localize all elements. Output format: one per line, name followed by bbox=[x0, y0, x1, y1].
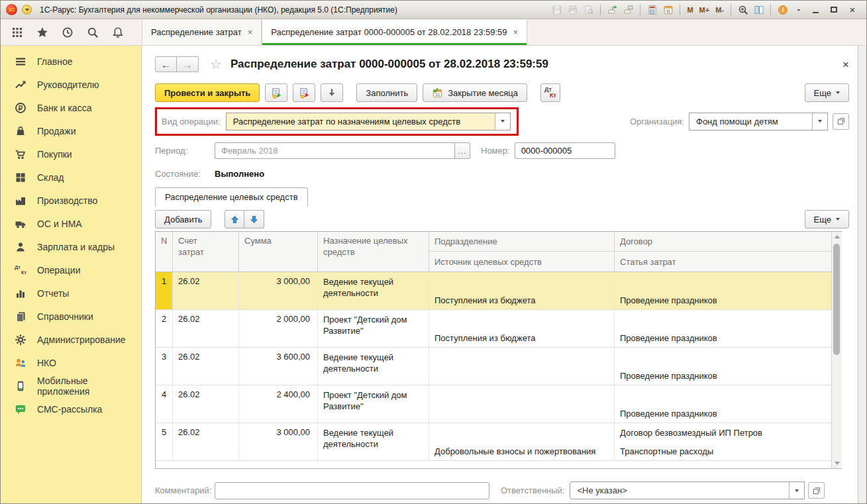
cell-sum[interactable]: 2 000,00 bbox=[239, 310, 318, 347]
cell-department[interactable] bbox=[429, 348, 615, 366]
create-based-on-button[interactable] bbox=[321, 83, 343, 102]
cell-purpose[interactable]: Ведение текущей деятельности bbox=[318, 348, 429, 385]
apps-grid-icon[interactable] bbox=[10, 25, 25, 40]
save-icon[interactable] bbox=[550, 3, 564, 17]
form-scrollbar-gutter[interactable] bbox=[858, 46, 866, 503]
split-window-icon[interactable] bbox=[752, 3, 766, 17]
sidebar-item-продажи[interactable]: Продажи bbox=[1, 119, 141, 142]
sidebar-item-покупки[interactable]: Покупки bbox=[1, 142, 141, 166]
cell-cost-item[interactable]: Проведение праздников bbox=[615, 366, 831, 385]
close-form-button[interactable]: × bbox=[842, 59, 849, 70]
chevron-down-icon[interactable] bbox=[495, 113, 510, 130]
cell-source[interactable] bbox=[429, 404, 615, 423]
add-row-button[interactable]: Добавить bbox=[155, 210, 211, 228]
cell-cost-item[interactable]: Транспортные расходы bbox=[615, 442, 831, 460]
cell-department[interactable] bbox=[429, 385, 615, 404]
tab-target-funds-distribution[interactable]: Распределение целевых средств bbox=[155, 187, 308, 207]
open-responsible-button[interactable] bbox=[808, 482, 825, 499]
table-row-5[interactable]: 526.023 000,00Ведение текущей деятельнос… bbox=[156, 423, 831, 461]
memory-minus-button[interactable]: M- bbox=[713, 6, 726, 14]
tab-close-icon[interactable]: × bbox=[248, 27, 253, 37]
cell-purpose[interactable]: Ведение текущей деятельности bbox=[318, 272, 429, 309]
cell-sum[interactable]: 3 600,00 bbox=[239, 348, 318, 385]
cell-source[interactable]: Поступления из бюджета bbox=[429, 291, 615, 309]
organization-select[interactable]: Фонд помощи детям bbox=[689, 113, 828, 130]
operation-kind-select[interactable]: Распределение затрат по назначениям целе… bbox=[226, 113, 511, 130]
cell-source[interactable]: Добровольные взносы и пожертвования bbox=[429, 442, 615, 460]
cell-contract[interactable]: Договор безвозмездный ИП Петров bbox=[615, 423, 831, 442]
cell-purpose[interactable]: Ведение текущей деятельности bbox=[318, 423, 429, 460]
table-row-4[interactable]: 426.022 400,00Проект "Детский дом Развит… bbox=[156, 385, 831, 423]
window-tab-1[interactable]: Распределение затрат× bbox=[142, 19, 262, 45]
sidebar-item-администрирование[interactable]: Администрирование bbox=[1, 328, 141, 351]
scrollbar-thumb[interactable] bbox=[833, 244, 840, 355]
cell-account[interactable]: 26.02 bbox=[173, 348, 239, 385]
publish-icon[interactable] bbox=[605, 3, 619, 17]
maximize-button[interactable] bbox=[825, 3, 842, 17]
info-caret-icon[interactable] bbox=[791, 3, 805, 17]
chevron-down-icon[interactable] bbox=[812, 113, 827, 130]
favorites-star-icon[interactable] bbox=[35, 25, 50, 40]
sidebar-item-банк-и-касса[interactable]: РБанк и касса bbox=[1, 96, 141, 119]
table-row-1[interactable]: 126.023 000,00Ведение текущей деятельнос… bbox=[156, 272, 831, 310]
cell-department[interactable] bbox=[429, 272, 615, 291]
calendar-icon[interactable]: 31 bbox=[661, 3, 675, 17]
number-field[interactable]: 0000-000005 bbox=[515, 142, 615, 159]
fill-button[interactable]: Заполнить bbox=[356, 83, 417, 102]
unpost-document-button[interactable] bbox=[293, 83, 315, 102]
cell-account[interactable]: 26.02 bbox=[173, 423, 239, 460]
cell-cost-item[interactable]: Проведение праздников bbox=[615, 404, 831, 423]
table-more-button[interactable]: Еще bbox=[805, 210, 849, 228]
sidebar-item-склад[interactable]: Склад bbox=[1, 166, 141, 189]
system-menu-button[interactable] bbox=[22, 5, 32, 15]
sidebar-item-главное[interactable]: Главное bbox=[1, 50, 141, 73]
print-preview-icon[interactable] bbox=[582, 3, 595, 17]
scroll-up-icon[interactable] bbox=[835, 235, 840, 238]
cell-department[interactable] bbox=[429, 423, 615, 442]
cell-number[interactable]: 3 bbox=[156, 348, 173, 385]
cell-purpose[interactable]: Проект "Детский дом Развитие" bbox=[318, 385, 429, 423]
cell-number[interactable]: 4 bbox=[156, 385, 173, 423]
cell-number[interactable]: 2 bbox=[156, 310, 173, 347]
sidebar-item-смс-рассылка[interactable]: СМС-рассылка bbox=[1, 397, 141, 421]
cell-account[interactable]: 26.02 bbox=[173, 385, 239, 423]
favorite-star-icon[interactable]: ☆ bbox=[210, 56, 222, 72]
table-row-3[interactable]: 326.023 600,00Ведение текущей деятельнос… bbox=[156, 348, 831, 385]
scroll-down-icon[interactable] bbox=[835, 462, 840, 465]
cell-contract[interactable] bbox=[615, 272, 831, 291]
table-scrollbar[interactable] bbox=[831, 232, 842, 468]
tab-close-icon[interactable]: × bbox=[513, 27, 519, 37]
cell-source[interactable]: Поступления из бюджета bbox=[429, 328, 615, 347]
sidebar-item-отчеты[interactable]: Отчеты bbox=[1, 281, 141, 305]
back-button[interactable]: ← bbox=[155, 56, 177, 72]
cell-contract[interactable] bbox=[615, 310, 831, 328]
memory-plus-button[interactable]: M+ bbox=[697, 6, 712, 14]
chevron-down-icon[interactable] bbox=[789, 482, 804, 499]
sidebar-item-зарплата-и-кадры[interactable]: Зарплата и кадры bbox=[1, 235, 141, 258]
print-icon[interactable] bbox=[566, 3, 580, 17]
post-document-button[interactable] bbox=[265, 83, 287, 102]
info-icon[interactable]: i bbox=[776, 3, 790, 17]
comment-input[interactable] bbox=[215, 482, 489, 499]
cell-cost-item[interactable]: Проведение праздников bbox=[615, 328, 831, 347]
save-copy-icon[interactable] bbox=[621, 3, 635, 17]
cell-contract[interactable] bbox=[615, 348, 831, 366]
sidebar-item-руководителю[interactable]: Руководителю bbox=[1, 73, 141, 96]
cell-number[interactable]: 1 bbox=[156, 272, 173, 309]
cell-account[interactable]: 26.02 bbox=[173, 272, 239, 309]
cell-department[interactable] bbox=[429, 310, 615, 328]
sidebar-item-операции[interactable]: ДтКтОперации bbox=[1, 258, 141, 281]
history-icon[interactable] bbox=[60, 25, 75, 40]
cell-number[interactable]: 5 bbox=[156, 423, 173, 460]
cell-account[interactable]: 26.02 bbox=[173, 310, 239, 347]
open-organization-button[interactable] bbox=[833, 113, 849, 130]
responsible-select[interactable]: <Не указан> bbox=[570, 481, 805, 499]
cell-sum[interactable]: 3 000,00 bbox=[239, 423, 318, 460]
show-postings-button[interactable]: ДтКт bbox=[540, 83, 560, 102]
close-button[interactable]: × bbox=[844, 3, 861, 17]
cell-sum[interactable]: 2 400,00 bbox=[239, 385, 318, 423]
cell-sum[interactable]: 3 000,00 bbox=[239, 272, 318, 309]
zoom-icon[interactable] bbox=[736, 3, 750, 17]
period-choose-button[interactable]: ... bbox=[455, 142, 470, 159]
sidebar-item-производство[interactable]: Производство bbox=[1, 189, 141, 212]
